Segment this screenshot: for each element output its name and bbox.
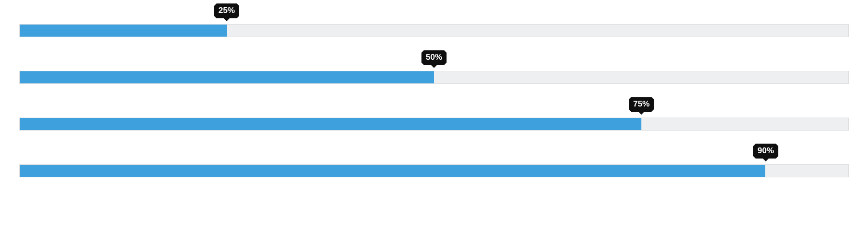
progress-fill [20, 165, 765, 177]
progress-tooltip-label: 90% [753, 144, 778, 159]
progress-fill [20, 71, 434, 83]
progress-bar-4: 90% [19, 164, 849, 177]
tooltip-arrow-icon [762, 158, 769, 161]
progress-bar-3: 75% [19, 118, 849, 131]
tooltip-arrow-icon [638, 111, 645, 115]
progress-fill [20, 25, 227, 37]
progress-track [19, 118, 849, 131]
progress-tooltip-2: 50% [421, 50, 447, 68]
progress-tooltip-4: 90% [753, 144, 778, 161]
progress-bars-container: 25% 50% 75% 90% [19, 24, 849, 177]
progress-tooltip-label: 50% [421, 50, 447, 65]
tooltip-arrow-icon [223, 18, 230, 21]
progress-tooltip-3: 75% [629, 97, 654, 115]
progress-fill [20, 118, 641, 130]
progress-bar-1: 25% [19, 24, 849, 37]
progress-track [19, 24, 849, 37]
progress-track [19, 71, 849, 84]
progress-track [19, 164, 849, 177]
progress-bar-2: 50% [19, 71, 849, 84]
progress-tooltip-label: 25% [214, 3, 239, 18]
tooltip-arrow-icon [431, 65, 437, 68]
progress-tooltip-label: 75% [629, 97, 654, 112]
progress-tooltip-1: 25% [214, 3, 239, 21]
